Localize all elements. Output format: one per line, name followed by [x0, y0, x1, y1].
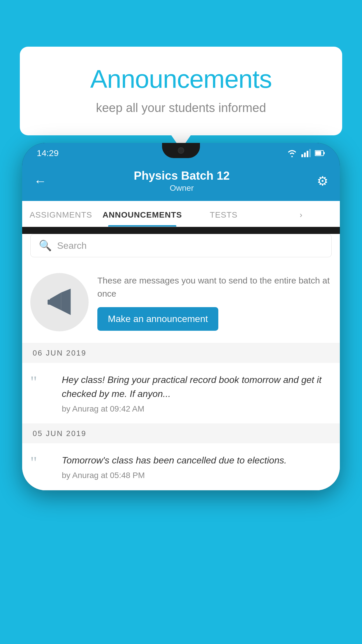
announcement-message-1: Hey class! Bring your practical record b…: [62, 373, 332, 401]
announcement-item-2[interactable]: " Tomorrow's class has been cancelled du…: [22, 443, 340, 490]
promo-description: These are messages you want to send to t…: [97, 274, 332, 300]
speech-bubble-title: Announcements: [43, 64, 319, 94]
tabs-bar: ASSIGNMENTS ANNOUNCEMENTS TESTS ›: [22, 201, 340, 227]
announcement-author-2: by Anurag at 05:48 PM: [62, 471, 332, 480]
svg-rect-6: [315, 151, 321, 155]
svg-rect-5: [324, 152, 325, 154]
quote-icon-container: ": [30, 373, 54, 390]
date-divider-1: 06 JUN 2019: [22, 343, 340, 363]
speech-bubble-subtitle: keep all your students informed: [43, 101, 319, 115]
tab-assignments[interactable]: ASSIGNMENTS: [22, 201, 100, 227]
tab-announcements[interactable]: ANNOUNCEMENTS: [100, 201, 185, 227]
phone-mockup: 14:29 ← Phys: [22, 143, 340, 490]
quote-icon-2: ": [30, 454, 37, 472]
svg-rect-1: [304, 153, 306, 157]
batch-title: Physics Batch 12: [134, 169, 230, 182]
settings-button[interactable]: ⚙: [317, 174, 328, 188]
make-announcement-button[interactable]: Make an announcement: [97, 307, 218, 331]
wifi-icon: [287, 149, 297, 157]
svg-rect-0: [301, 154, 303, 157]
date-divider-2: 05 JUN 2019: [22, 424, 340, 443]
app-header: ← Physics Batch 12 Owner ⚙: [22, 162, 340, 201]
header-center: Physics Batch 12 Owner: [134, 169, 230, 193]
svg-rect-9: [48, 300, 50, 305]
search-input[interactable]: Search: [57, 240, 87, 251]
speech-bubble-section: Announcements keep all your students inf…: [20, 47, 342, 135]
tab-tests[interactable]: TESTS: [185, 201, 263, 227]
announcement-author-1: by Anurag at 09:42 AM: [62, 404, 332, 414]
announcement-item-1[interactable]: " Hey class! Bring your practical record…: [22, 363, 340, 424]
svg-rect-2: [307, 151, 308, 157]
signal-icon: [301, 149, 311, 157]
announcement-message-2: Tomorrow's class has been cancelled due …: [62, 453, 332, 467]
back-button[interactable]: ←: [34, 174, 47, 188]
phone-notch: [162, 143, 200, 158]
tab-more[interactable]: ›: [262, 201, 340, 227]
quote-icon-container-2: ": [30, 453, 54, 471]
svg-rect-3: [309, 149, 311, 157]
status-icons: [287, 149, 325, 157]
search-bar[interactable]: 🔍 Search: [30, 234, 332, 257]
battery-icon: [315, 150, 325, 156]
search-icon: 🔍: [39, 239, 52, 252]
screen-content: 🔍 Search These are mes: [22, 234, 340, 490]
speech-bubble: Announcements keep all your students inf…: [20, 47, 342, 135]
announcement-text-1: Hey class! Bring your practical record b…: [62, 373, 332, 414]
camera-dot: [178, 147, 184, 154]
announcement-text-2: Tomorrow's class has been cancelled due …: [62, 453, 332, 480]
announcement-promo: These are messages you want to send to t…: [22, 264, 340, 343]
quote-icon-1: ": [30, 373, 37, 391]
svg-marker-7: [50, 293, 61, 310]
promo-text: These are messages you want to send to t…: [97, 274, 332, 331]
promo-icon-circle: [30, 273, 89, 331]
status-time: 14:29: [37, 148, 59, 158]
batch-role: Owner: [134, 183, 230, 193]
megaphone-icon: [43, 286, 75, 318]
